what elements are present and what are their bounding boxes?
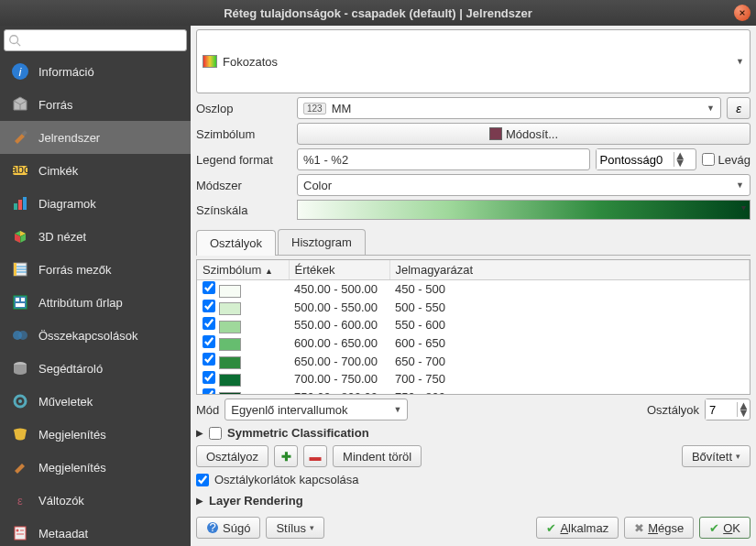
spin-arrows[interactable]: ▲▼	[674, 152, 686, 167]
chevron-down-icon: ▾	[736, 452, 740, 461]
renderer-combo[interactable]: Fokozatos ▼	[196, 29, 751, 93]
cancel-button[interactable]: ✖ Mégse	[624, 517, 694, 539]
sidebar: iInformáció Forrás Jelrendszer abcCimkék…	[0, 26, 191, 546]
close-button[interactable]	[734, 5, 751, 21]
search-icon	[8, 34, 21, 47]
row-swatch	[219, 392, 241, 395]
table-row[interactable]: 500.00 - 550.00500 - 550	[197, 299, 750, 317]
sidebar-item-variables[interactable]: εVáltozók	[0, 484, 191, 517]
brush-icon	[11, 128, 29, 147]
sidebar-item-labels[interactable]: abcCimkék	[0, 154, 191, 187]
table-row[interactable]: 750.00 - 800.00750 - 800	[197, 388, 750, 395]
row-swatch	[219, 321, 241, 333]
table-row[interactable]: 450.00 - 500.00450 - 500	[197, 280, 750, 299]
method-label: Módszer	[196, 179, 291, 192]
precision-spin[interactable]: ▲▼	[596, 148, 696, 170]
classes-count-spin[interactable]: ▲▼	[705, 399, 751, 420]
tab-histogram[interactable]: Hisztogram	[278, 229, 366, 255]
symbol-change-label: Módosít...	[506, 127, 558, 141]
row-swatch	[219, 302, 241, 315]
sidebar-item-metadata[interactable]: Metaadat	[0, 517, 191, 546]
table-row[interactable]: 650.00 - 700.00650 - 700	[197, 352, 750, 370]
sidebar-item-source[interactable]: Forrás	[0, 88, 191, 121]
sidebar-item-3dview[interactable]: 3D nézet	[0, 220, 191, 253]
legend-format-input[interactable]	[297, 148, 590, 170]
row-values: 750.00 - 800.00	[289, 388, 389, 395]
delete-all-button[interactable]: Mindent töröl	[333, 445, 422, 467]
check-icon: ✔	[546, 521, 556, 535]
sidebar-item-auxstorage[interactable]: Segédtároló	[0, 352, 191, 385]
search-input[interactable]	[4, 29, 187, 51]
sidebar-nav: iInformáció Forrás Jelrendszer abcCimkék…	[0, 55, 191, 546]
plus-icon: ✚	[281, 450, 291, 464]
row-checkbox[interactable]	[203, 300, 215, 312]
gear-icon	[11, 392, 29, 410]
row-swatch	[219, 356, 241, 369]
cube-icon	[11, 227, 29, 246]
symmetric-section[interactable]: ▶ Symmetric Classification	[196, 424, 751, 442]
advanced-button[interactable]: Bővített ▾	[682, 445, 751, 467]
style-button[interactable]: Stílus ▾	[266, 517, 324, 539]
mode-combo[interactable]: Egyenlő intervallumok ▼	[225, 399, 408, 420]
trim-checkbox[interactable]	[702, 153, 715, 166]
link-boundaries-checkbox[interactable]	[196, 474, 209, 486]
tab-classes[interactable]: Osztályok	[196, 230, 276, 256]
row-swatch	[219, 374, 241, 387]
add-class-button[interactable]: ✚	[274, 445, 298, 467]
sidebar-item-attrform[interactable]: Attribútum űrlap	[0, 286, 191, 319]
column-combo[interactable]: 123 MM ▼	[297, 97, 721, 119]
symmetric-checkbox[interactable]	[209, 427, 222, 440]
help-button[interactable]: ? Súgó	[196, 517, 260, 539]
row-checkbox[interactable]	[203, 353, 215, 366]
sidebar-item-diagrams[interactable]: Diagramok	[0, 187, 191, 220]
triangle-right-icon: ▶	[196, 496, 203, 506]
sidebar-item-sourcefields[interactable]: Forrás mezők	[0, 253, 191, 286]
row-checkbox[interactable]	[203, 281, 215, 294]
classes-count-value[interactable]	[706, 399, 737, 420]
table-row[interactable]: 550.00 - 600.00550 - 600	[197, 316, 750, 334]
window-title: Réteg tulajdonságok - csapadek (default)…	[7, 6, 749, 20]
row-checkbox[interactable]	[203, 371, 215, 384]
svg-rect-9	[14, 203, 17, 210]
row-values: 450.00 - 500.00	[289, 280, 389, 299]
symbol-change-button[interactable]: Módosít...	[297, 123, 751, 145]
sidebar-item-display1[interactable]: Megjelenítés	[0, 418, 191, 451]
sidebar-item-label: Megjelenítés	[38, 428, 106, 442]
content-panel: Fokozatos ▼ Oszlop 123 MM ▼ ε Szimbólum …	[191, 26, 756, 546]
svg-point-25	[18, 399, 22, 403]
symbol-swatch-icon	[489, 127, 502, 140]
classify-button[interactable]: Osztályoz	[196, 445, 268, 467]
triangle-right-icon: ▶	[196, 428, 203, 438]
row-checkbox[interactable]	[203, 335, 215, 348]
apply-button[interactable]: ✔ Alkalmaz	[536, 517, 619, 539]
help-icon: ?	[206, 521, 219, 534]
legend-format-label: Legend format	[196, 153, 291, 167]
row-checkbox[interactable]	[203, 388, 215, 395]
sidebar-item-actions[interactable]: Műveletek	[0, 385, 191, 418]
classes-table[interactable]: Szimbólum ▲ Értékek Jelmagyarázat 450.00…	[196, 259, 751, 395]
row-checkbox[interactable]	[203, 317, 215, 330]
symmetric-label: Symmetric Classification	[227, 426, 369, 440]
table-row[interactable]: 700.00 - 750.00700 - 750	[197, 370, 750, 388]
sidebar-item-joins[interactable]: Összekapcsolások	[0, 319, 191, 352]
sidebar-item-label: Segédtároló	[38, 362, 103, 376]
sidebar-item-display2[interactable]: Megjelenítés	[0, 451, 191, 484]
classes-count-label: Osztályok	[647, 403, 699, 417]
expression-button[interactable]: ε	[727, 97, 751, 119]
table-row[interactable]: 600.00 - 650.00600 - 650	[197, 334, 750, 353]
svg-point-2	[10, 36, 18, 44]
sidebar-item-info[interactable]: iInformáció	[0, 55, 191, 88]
remove-class-button[interactable]: ▬	[303, 445, 327, 467]
sidebar-item-symbology[interactable]: Jelrendszer	[0, 121, 191, 154]
row-legend: 750 - 800	[389, 388, 750, 395]
precision-value[interactable]	[597, 149, 674, 169]
ok-button[interactable]: ✔ OK	[699, 517, 751, 539]
layer-rendering-section[interactable]: ▶ Layer Rendering	[196, 492, 751, 509]
th-symbol: Szimbólum	[203, 263, 261, 277]
sidebar-item-label: Cimkék	[38, 164, 78, 178]
column-value: MM	[332, 102, 352, 115]
spin-arrows[interactable]: ▲▼	[737, 402, 750, 417]
color-ramp-combo[interactable]	[297, 200, 751, 220]
display-icon	[11, 425, 29, 443]
method-combo[interactable]: Color ▼	[297, 174, 751, 196]
